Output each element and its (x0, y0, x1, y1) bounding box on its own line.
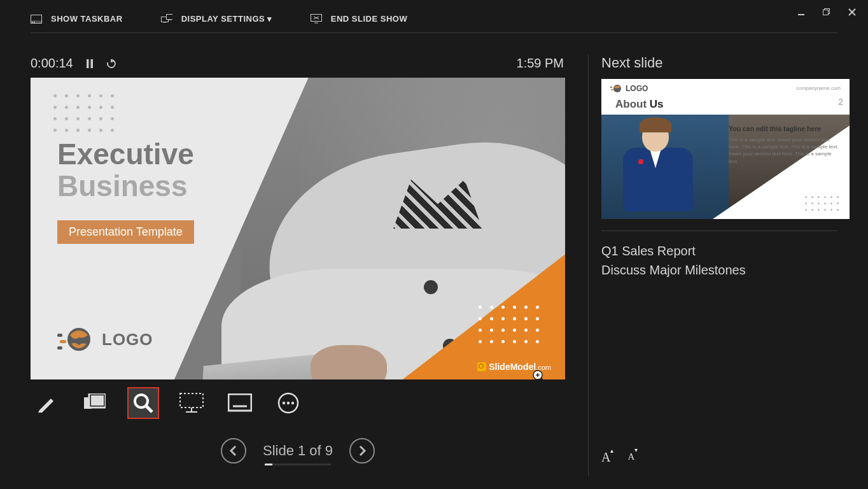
more-options-button[interactable] (272, 387, 304, 419)
next-slide-preview[interactable]: LOGO companyname.com 2 About Us You can … (601, 79, 850, 219)
magnifier-cursor-icon (532, 369, 546, 379)
globe-logo-icon (57, 325, 93, 354)
decrease-font-button[interactable]: A▾ (627, 450, 638, 465)
next-slide-logo: LOGO (610, 84, 648, 93)
svg-rect-20 (57, 334, 62, 337)
end-slideshow-label: END SLIDE SHOW (331, 14, 407, 24)
presenter-toolbar: SHOW TASKBAR DISPLAY SETTINGS ▾ END SLID… (31, 14, 837, 33)
svg-rect-7 (32, 22, 33, 23)
slide-subtitle: Presentation Template (57, 220, 194, 244)
svg-rect-29 (91, 395, 104, 406)
svg-rect-21 (60, 340, 66, 343)
slidemodel-icon (477, 362, 486, 371)
decorative-dots (53, 94, 117, 135)
next-slide-photo (601, 115, 729, 219)
elapsed-timer: 0:00:14 (31, 56, 73, 71)
svg-rect-32 (180, 393, 203, 408)
svg-rect-17 (87, 59, 89, 68)
display-settings-icon (161, 14, 172, 24)
show-taskbar-label: SHOW TASKBAR (51, 14, 123, 24)
next-slide-button[interactable] (349, 438, 375, 464)
svg-rect-35 (228, 394, 251, 411)
speaker-notes: Q1 Sales Report Discuss Major Milestones (601, 230, 837, 280)
next-slide-header: Next slide (601, 55, 837, 71)
pen-tool-button[interactable] (31, 387, 62, 419)
pause-timer-button[interactable] (85, 59, 95, 69)
display-settings-label: DISPLAY SETTINGS ▾ (181, 14, 272, 24)
show-taskbar-button[interactable]: SHOW TASKBAR (31, 14, 123, 24)
previous-slide-button[interactable] (221, 438, 246, 464)
svg-point-38 (283, 402, 285, 404)
black-screen-button[interactable] (176, 387, 207, 419)
next-slide-company: companyname.com (796, 85, 841, 91)
decorative-dots (805, 196, 841, 213)
slide-counter: Slide 1 of 9 (263, 443, 333, 459)
display-settings-button[interactable]: DISPLAY SETTINGS ▾ (161, 14, 272, 24)
svg-rect-8 (34, 22, 35, 23)
svg-rect-22 (57, 346, 62, 350)
photo-illustration (393, 180, 482, 256)
next-slide-text: You can edit this tagline here This is a… (729, 125, 841, 165)
photo-illustration (424, 280, 438, 294)
svg-point-30 (135, 395, 148, 408)
taskbar-icon (31, 14, 42, 24)
svg-rect-18 (90, 59, 93, 68)
end-show-icon (311, 14, 322, 24)
current-slide-preview[interactable]: Executive Business Presentation Template… (31, 78, 565, 379)
zoom-tool-button[interactable] (127, 387, 159, 419)
current-time: 1:59 PM (517, 56, 564, 71)
window-close-button[interactable] (848, 8, 857, 17)
svg-rect-43 (611, 89, 613, 90)
slide-progress-track (265, 464, 331, 465)
subtitles-button[interactable] (224, 387, 256, 419)
svg-line-24 (541, 378, 545, 379)
svg-rect-42 (610, 87, 612, 88)
slide-title: Executive Business (57, 139, 194, 202)
slide-progress-fill (265, 464, 272, 465)
slide-logo: LOGO (57, 325, 153, 354)
next-slide-number: 2 (838, 97, 843, 107)
see-all-slides-button[interactable] (79, 387, 111, 419)
end-slideshow-button[interactable]: END SLIDE SHOW (311, 14, 407, 24)
photo-illustration (311, 345, 387, 379)
decorative-dots (479, 306, 542, 346)
svg-point-39 (287, 402, 290, 404)
svg-line-31 (146, 406, 152, 412)
svg-rect-10 (166, 14, 172, 19)
restart-timer-button[interactable] (106, 59, 116, 69)
increase-font-button[interactable]: A▴ (601, 450, 613, 465)
svg-point-40 (291, 402, 294, 404)
next-slide-title: About Us (615, 98, 664, 111)
